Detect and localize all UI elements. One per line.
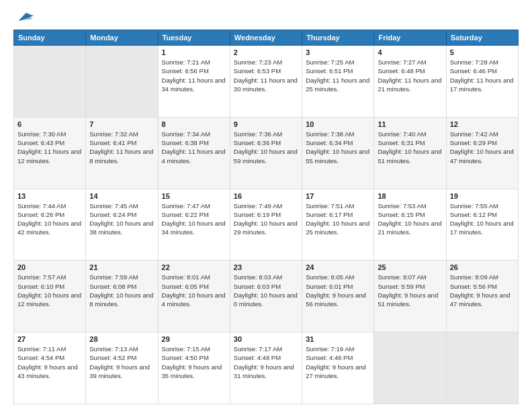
- day-number: 31: [306, 335, 370, 343]
- calendar-cell: [14, 46, 86, 118]
- logo-icon: [13, 11, 34, 23]
- calendar-cell: 9Sunrise: 7:36 AMSunset: 6:36 PMDaylight…: [230, 117, 302, 189]
- calendar-cell: 1Sunrise: 7:21 AMSunset: 6:56 PMDaylight…: [158, 46, 230, 118]
- day-info: Sunrise: 7:40 AMSunset: 6:31 PMDaylight:…: [378, 130, 442, 165]
- calendar-cell: 28Sunrise: 7:13 AMSunset: 4:52 PMDayligh…: [86, 332, 158, 404]
- weekday-header-wednesday: Wednesday: [230, 30, 302, 46]
- calendar-cell: 5Sunrise: 7:28 AMSunset: 6:46 PMDaylight…: [446, 46, 518, 118]
- day-info: Sunrise: 7:42 AMSunset: 6:29 PMDaylight:…: [450, 130, 515, 165]
- day-info: Sunrise: 7:53 AMSunset: 6:15 PMDaylight:…: [378, 201, 442, 237]
- day-info: Sunrise: 7:36 AMSunset: 6:36 PMDaylight:…: [234, 130, 298, 165]
- calendar-cell: 22Sunrise: 8:01 AMSunset: 6:05 PMDayligh…: [158, 261, 230, 332]
- calendar-cell: 3Sunrise: 7:25 AMSunset: 6:51 PMDaylight…: [302, 46, 374, 118]
- day-number: 15: [162, 192, 226, 200]
- calendar-week-1: 1Sunrise: 7:21 AMSunset: 6:56 PMDaylight…: [14, 46, 519, 118]
- day-info: Sunrise: 7:47 AMSunset: 6:22 PMDaylight:…: [162, 201, 226, 237]
- calendar-cell: 24Sunrise: 8:05 AMSunset: 6:01 PMDayligh…: [302, 261, 374, 332]
- day-info: Sunrise: 7:23 AMSunset: 6:53 PMDaylight:…: [234, 58, 298, 93]
- day-number: 2: [234, 48, 298, 56]
- calendar-cell: 18Sunrise: 7:53 AMSunset: 6:15 PMDayligh…: [374, 189, 446, 261]
- calendar-cell: 12Sunrise: 7:42 AMSunset: 6:29 PMDayligh…: [446, 117, 518, 189]
- weekday-header-sunday: Sunday: [14, 30, 86, 46]
- day-number: 4: [378, 48, 442, 56]
- day-number: 23: [234, 263, 298, 271]
- day-number: 8: [162, 120, 226, 128]
- weekday-header-monday: Monday: [86, 30, 158, 46]
- calendar-cell: 31Sunrise: 7:19 AMSunset: 4:46 PMDayligh…: [302, 332, 374, 404]
- day-number: 3: [306, 48, 370, 56]
- calendar-cell: [446, 332, 518, 404]
- calendar-table: SundayMondayTuesdayWednesdayThursdayFrid…: [13, 30, 519, 404]
- day-number: 30: [234, 335, 298, 343]
- day-info: Sunrise: 7:32 AMSunset: 6:41 PMDaylight:…: [89, 130, 154, 165]
- calendar-cell: [86, 46, 158, 118]
- day-info: Sunrise: 7:34 AMSunset: 6:38 PMDaylight:…: [162, 130, 226, 165]
- day-info: Sunrise: 7:27 AMSunset: 6:48 PMDaylight:…: [378, 58, 442, 93]
- day-info: Sunrise: 8:09 AMSunset: 5:56 PMDaylight:…: [450, 273, 515, 308]
- day-number: 1: [162, 48, 226, 56]
- header-row: SundayMondayTuesdayWednesdayThursdayFrid…: [14, 30, 519, 46]
- day-info: Sunrise: 8:05 AMSunset: 6:01 PMDaylight:…: [306, 273, 370, 308]
- day-info: Sunrise: 8:07 AMSunset: 5:59 PMDaylight:…: [378, 273, 442, 308]
- calendar-cell: 14Sunrise: 7:45 AMSunset: 6:24 PMDayligh…: [86, 189, 158, 261]
- day-info: Sunrise: 7:59 AMSunset: 6:08 PMDaylight:…: [89, 273, 154, 308]
- calendar-cell: 23Sunrise: 8:03 AMSunset: 6:03 PMDayligh…: [230, 261, 302, 332]
- day-info: Sunrise: 7:55 AMSunset: 6:12 PMDaylight:…: [450, 201, 515, 237]
- day-number: 20: [17, 263, 82, 271]
- day-number: 11: [378, 120, 442, 128]
- day-number: 25: [378, 263, 442, 271]
- weekday-header-friday: Friday: [374, 30, 446, 46]
- weekday-header-saturday: Saturday: [446, 30, 518, 46]
- day-number: 19: [450, 192, 515, 200]
- day-number: 12: [450, 120, 515, 128]
- day-number: 29: [162, 335, 226, 343]
- calendar-week-4: 20Sunrise: 7:57 AMSunset: 6:10 PMDayligh…: [14, 261, 519, 332]
- day-number: 16: [234, 192, 298, 200]
- day-info: Sunrise: 8:01 AMSunset: 6:05 PMDaylight:…: [162, 273, 226, 308]
- weekday-header-thursday: Thursday: [302, 30, 374, 46]
- calendar-cell: 29Sunrise: 7:15 AMSunset: 4:50 PMDayligh…: [158, 332, 230, 404]
- calendar-week-5: 27Sunrise: 7:11 AMSunset: 4:54 PMDayligh…: [14, 332, 519, 404]
- day-number: 6: [17, 120, 82, 128]
- calendar-cell: 10Sunrise: 7:38 AMSunset: 6:34 PMDayligh…: [302, 117, 374, 189]
- day-info: Sunrise: 7:17 AMSunset: 4:48 PMDaylight:…: [234, 345, 298, 380]
- day-number: 27: [17, 335, 82, 343]
- day-info: Sunrise: 7:13 AMSunset: 4:52 PMDaylight:…: [89, 345, 154, 380]
- calendar-cell: 11Sunrise: 7:40 AMSunset: 6:31 PMDayligh…: [374, 117, 446, 189]
- calendar-cell: 26Sunrise: 8:09 AMSunset: 5:56 PMDayligh…: [446, 261, 518, 332]
- calendar-cell: 2Sunrise: 7:23 AMSunset: 6:53 PMDaylight…: [230, 46, 302, 118]
- calendar-cell: 17Sunrise: 7:51 AMSunset: 6:17 PMDayligh…: [302, 189, 374, 261]
- day-number: 22: [162, 263, 226, 271]
- page: SundayMondayTuesdayWednesdayThursdayFrid…: [0, 0, 532, 411]
- calendar-week-3: 13Sunrise: 7:44 AMSunset: 6:26 PMDayligh…: [14, 189, 519, 261]
- day-info: Sunrise: 7:51 AMSunset: 6:17 PMDaylight:…: [306, 201, 370, 237]
- calendar-cell: 15Sunrise: 7:47 AMSunset: 6:22 PMDayligh…: [158, 189, 230, 261]
- day-number: 18: [378, 192, 442, 200]
- calendar-cell: 8Sunrise: 7:34 AMSunset: 6:38 PMDaylight…: [158, 117, 230, 189]
- day-number: 17: [306, 192, 370, 200]
- day-info: Sunrise: 7:45 AMSunset: 6:24 PMDaylight:…: [89, 201, 154, 237]
- calendar-cell: 30Sunrise: 7:17 AMSunset: 4:48 PMDayligh…: [230, 332, 302, 404]
- logo: [13, 11, 39, 23]
- day-info: Sunrise: 8:03 AMSunset: 6:03 PMDaylight:…: [234, 273, 298, 308]
- calendar-cell: 27Sunrise: 7:11 AMSunset: 4:54 PMDayligh…: [14, 332, 86, 404]
- day-number: 14: [89, 192, 154, 200]
- day-number: 24: [306, 263, 370, 271]
- day-info: Sunrise: 7:15 AMSunset: 4:50 PMDaylight:…: [162, 345, 226, 380]
- header: [13, 11, 519, 23]
- day-number: 7: [89, 120, 154, 128]
- calendar-cell: 6Sunrise: 7:30 AMSunset: 6:43 PMDaylight…: [14, 117, 86, 189]
- day-number: 13: [17, 192, 82, 200]
- day-info: Sunrise: 7:30 AMSunset: 6:43 PMDaylight:…: [17, 130, 82, 165]
- day-number: 26: [450, 263, 515, 271]
- day-info: Sunrise: 7:28 AMSunset: 6:46 PMDaylight:…: [450, 58, 515, 93]
- calendar-cell: 19Sunrise: 7:55 AMSunset: 6:12 PMDayligh…: [446, 189, 518, 261]
- day-info: Sunrise: 7:57 AMSunset: 6:10 PMDaylight:…: [17, 273, 82, 308]
- day-number: 28: [89, 335, 154, 343]
- calendar-cell: 16Sunrise: 7:49 AMSunset: 6:19 PMDayligh…: [230, 189, 302, 261]
- day-number: 9: [234, 120, 298, 128]
- day-info: Sunrise: 7:49 AMSunset: 6:19 PMDaylight:…: [234, 201, 298, 237]
- day-info: Sunrise: 7:11 AMSunset: 4:54 PMDaylight:…: [17, 345, 82, 380]
- calendar-cell: 7Sunrise: 7:32 AMSunset: 6:41 PMDaylight…: [86, 117, 158, 189]
- day-info: Sunrise: 7:44 AMSunset: 6:26 PMDaylight:…: [17, 201, 82, 237]
